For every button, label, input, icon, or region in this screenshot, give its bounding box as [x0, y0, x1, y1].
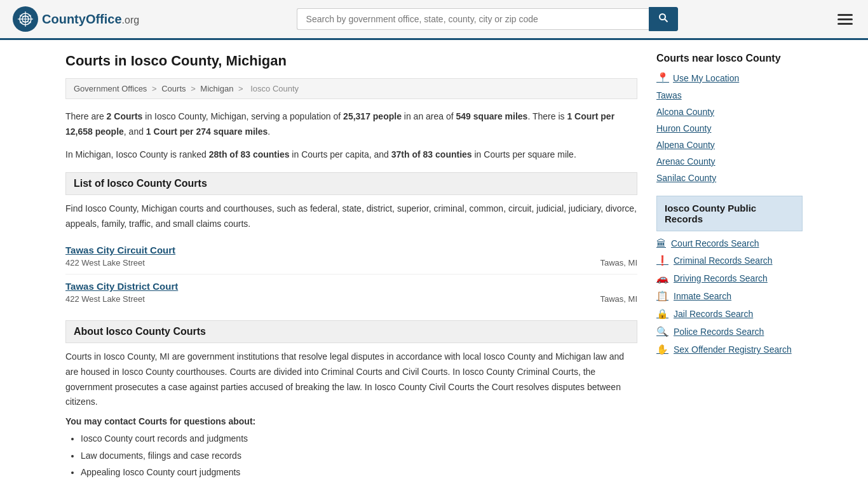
- court-city-state: Tawas, MI: [600, 258, 637, 268]
- record-label: Inmate Search: [674, 291, 731, 301]
- court-address: 422 West Lake Street: [65, 258, 145, 268]
- breadcrumb-gov-offices[interactable]: Government Offices: [74, 84, 147, 93]
- location-icon: 📍: [656, 72, 669, 84]
- courts-count: 2 Courts: [107, 111, 143, 121]
- svg-line-6: [665, 19, 668, 22]
- contact-heading: You may contact Courts for questions abo…: [65, 416, 637, 426]
- court-list: Tawas City Circuit Court 422 West Lake S…: [65, 238, 637, 310]
- nearby-link[interactable]: Sanilac County: [656, 173, 803, 183]
- about-text: Courts in Iosco County, MI are governmen…: [65, 349, 637, 410]
- rank-sqmile: 37th of 83 counties: [391, 149, 472, 159]
- court-details: 422 West Lake Street Tawas, MI: [65, 258, 637, 268]
- about-section-header: About Iosco County Courts: [65, 320, 637, 343]
- public-records-section: Iosco County Public Records 🏛 Court Reco…: [656, 196, 803, 355]
- page-title: Courts in Iosco County, Michigan: [65, 53, 637, 69]
- list-section-header: List of Iosco County Courts: [65, 172, 637, 195]
- svg-point-5: [660, 14, 665, 20]
- public-record-link[interactable]: 🏛 Court Records Search: [656, 238, 803, 248]
- record-label: Criminal Records Search: [674, 255, 773, 266]
- public-record-link[interactable]: ✋ Sex Offender Registry Search: [656, 344, 803, 355]
- area: 549 square miles: [456, 111, 528, 121]
- hamburger-menu-button[interactable]: [835, 11, 855, 27]
- breadcrumb-michigan[interactable]: Michigan: [200, 84, 233, 93]
- search-input[interactable]: [297, 8, 649, 30]
- record-icon: ✋: [656, 344, 668, 355]
- use-my-location-link[interactable]: 📍 Use My Location: [656, 72, 803, 84]
- court-item: Tawas City Circuit Court 422 West Lake S…: [65, 238, 637, 274]
- record-label: Court Records Search: [671, 238, 759, 248]
- court-address: 422 West Lake Street: [65, 294, 145, 304]
- court-details: 422 West Lake Street Tawas, MI: [65, 294, 637, 304]
- header: CountyOffice.org: [0, 0, 868, 40]
- use-my-location-label: Use My Location: [673, 73, 739, 83]
- bullet-item: Iosco County court records and judgments: [81, 430, 637, 447]
- public-record-link[interactable]: ❗ Criminal Records Search: [656, 255, 803, 266]
- logo-text: CountyOffice.org: [42, 12, 139, 27]
- list-description: Find Iosco County, Michigan courts and c…: [65, 201, 637, 232]
- logo-icon: [13, 6, 38, 32]
- nearby-title: Courts near Iosco County: [656, 53, 803, 64]
- public-record-link[interactable]: 🚗 Driving Records Search: [656, 273, 803, 284]
- bullet-item: Appealing Iosco County court judgments: [81, 464, 637, 481]
- public-records-links: 🏛 Court Records Search ❗ Criminal Record…: [656, 238, 803, 355]
- public-record-link[interactable]: 🔒 Jail Records Search: [656, 308, 803, 320]
- nearby-link[interactable]: Alcona County: [656, 107, 803, 117]
- breadcrumb-courts[interactable]: Courts: [161, 84, 186, 93]
- search-area: [297, 7, 678, 31]
- summary-paragraph-2: In Michigan, Iosco County is ranked 28th…: [65, 147, 637, 163]
- court-item: Tawas City District Court 422 West Lake …: [65, 274, 637, 310]
- sidebar: Courts near Iosco County 📍 Use My Locati…: [656, 53, 803, 481]
- record-icon: ❗: [656, 255, 668, 266]
- court-name-link[interactable]: Tawas City Circuit Court: [65, 245, 637, 255]
- logo: CountyOffice.org: [13, 6, 139, 32]
- public-records-header: Iosco County Public Records: [656, 196, 803, 231]
- record-label: Police Records Search: [674, 327, 764, 337]
- breadcrumb-iosco: Iosco County: [250, 84, 299, 93]
- record-label: Driving Records Search: [674, 273, 768, 283]
- record-icon: 🔍: [656, 326, 668, 337]
- population: 25,317 people: [343, 111, 402, 121]
- record-label: Sex Offender Registry Search: [674, 344, 792, 355]
- nearby-link[interactable]: Huron County: [656, 123, 803, 133]
- record-icon: 🏛: [656, 238, 666, 248]
- search-button[interactable]: [649, 7, 678, 31]
- record-label: Jail Records Search: [674, 309, 753, 319]
- nearby-link[interactable]: Arenac County: [656, 156, 803, 166]
- record-icon: 🔒: [656, 308, 668, 320]
- nearby-links: TawasAlcona CountyHuron CountyAlpena Cou…: [656, 90, 803, 183]
- main-content: Courts in Iosco County, Michigan Governm…: [65, 53, 637, 481]
- record-icon: 🚗: [656, 273, 668, 284]
- nearby-link[interactable]: Tawas: [656, 90, 803, 100]
- nearby-section: Courts near Iosco County 📍 Use My Locati…: [656, 53, 803, 183]
- public-record-link[interactable]: 🔍 Police Records Search: [656, 326, 803, 337]
- nearby-link[interactable]: Alpena County: [656, 140, 803, 150]
- breadcrumb: Government Offices > Courts > Michigan >…: [65, 78, 637, 99]
- public-record-link[interactable]: 📋 Inmate Search: [656, 290, 803, 302]
- per-sqmile: 1 Court per 274 square miles: [146, 126, 268, 137]
- summary-paragraph-1: There are 2 Courts in Iosco County, Mich…: [65, 109, 637, 140]
- rank-capita: 28th of 83 counties: [209, 149, 290, 159]
- record-icon: 📋: [656, 290, 668, 302]
- main-container: Courts in Iosco County, Michigan Governm…: [53, 40, 815, 488]
- court-city-state: Tawas, MI: [600, 294, 637, 304]
- bullet-list: Iosco County court records and judgments…: [65, 430, 637, 481]
- court-name-link[interactable]: Tawas City District Court: [65, 281, 637, 292]
- bullet-item: Law documents, filings and case records: [81, 447, 637, 464]
